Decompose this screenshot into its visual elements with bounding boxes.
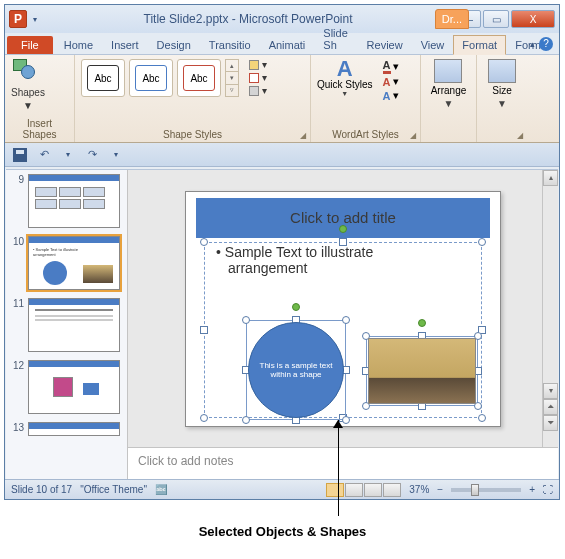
thumb-number: 13 xyxy=(10,422,24,436)
slide-canvas-area[interactable]: Click to add title Sample xyxy=(128,170,558,447)
undo-dropdown-icon[interactable]: ▾ xyxy=(59,146,77,164)
vertical-scrollbar[interactable]: ▴ ▾ ⏶ ⏷ xyxy=(542,170,558,447)
prev-slide-icon[interactable]: ⏶ xyxy=(543,399,558,415)
quick-styles-button[interactable]: A Quick Styles ▼ xyxy=(317,59,373,97)
bullet-text-line2[interactable]: arrangement xyxy=(206,260,480,276)
shape-style-1[interactable]: Abc xyxy=(81,59,125,97)
sorter-view-button[interactable] xyxy=(345,483,363,497)
tab-slideshow[interactable]: Slide Sh xyxy=(314,23,357,54)
picture-shape[interactable] xyxy=(368,338,476,404)
thumb-number: 11 xyxy=(10,298,24,352)
tab-design[interactable]: Design xyxy=(148,35,200,54)
arrange-icon xyxy=(434,59,462,83)
arrange-button[interactable]: Arrange ▼ xyxy=(431,59,467,109)
drawing-tools-context-tab[interactable]: Dr... xyxy=(435,9,469,29)
text-outline-button[interactable]: A ▾ xyxy=(383,75,399,88)
dialog-launcher-icon[interactable]: ◢ xyxy=(300,131,306,140)
annotation: Selected Objects & Shapes xyxy=(0,506,565,539)
thumb-number: 10 xyxy=(10,236,24,290)
tab-view[interactable]: View xyxy=(412,35,454,54)
tab-animations[interactable]: Animati xyxy=(260,35,315,54)
resize-handle[interactable] xyxy=(242,316,250,324)
slide-thumbnail-12[interactable] xyxy=(28,360,120,414)
qat-customize-icon[interactable]: ▾ xyxy=(107,146,125,164)
shape-effects-button[interactable]: ▾ xyxy=(249,85,267,96)
resize-handle[interactable] xyxy=(342,416,350,424)
dialog-launcher-icon[interactable]: ◢ xyxy=(410,131,416,140)
slide-thumbnail-9[interactable] xyxy=(28,174,120,228)
help-icon[interactable]: ? xyxy=(539,37,553,51)
shape-style-gallery[interactable]: Abc Abc Abc ▴▾▿ xyxy=(81,59,239,97)
next-slide-icon[interactable]: ⏷ xyxy=(543,415,558,431)
resize-handle[interactable] xyxy=(242,416,250,424)
rotate-handle[interactable] xyxy=(339,225,347,233)
qat-row: ↶ ▾ ↷ ▾ xyxy=(5,143,559,167)
redo-button[interactable]: ↷ xyxy=(83,146,101,164)
ribbon-minimize-icon[interactable]: ▴ xyxy=(530,39,535,49)
shape-fill-button[interactable]: ▾ xyxy=(249,59,267,70)
scroll-up-icon[interactable]: ▴ xyxy=(543,170,558,186)
resize-handle[interactable] xyxy=(342,316,350,324)
normal-view-button[interactable] xyxy=(326,483,344,497)
wordart-icon: A xyxy=(337,59,353,79)
rotate-handle[interactable] xyxy=(292,303,300,311)
circle-shape[interactable]: This is a sample text within a shape xyxy=(248,322,344,418)
group-label-wordart: WordArt Styles◢ xyxy=(317,129,414,140)
group-wordart-styles: A Quick Styles ▼ A ▾ A ▾ A ▾ WordArt Sty… xyxy=(311,55,421,142)
zoom-slider-thumb[interactable] xyxy=(471,484,479,496)
zoom-slider[interactable] xyxy=(451,488,521,492)
tab-transitions[interactable]: Transitio xyxy=(200,35,260,54)
close-button[interactable]: X xyxy=(511,10,555,28)
resize-handle[interactable] xyxy=(200,414,208,422)
fit-to-window-button[interactable]: ⛶ xyxy=(543,484,553,495)
shape-outline-button[interactable]: ▾ xyxy=(249,72,267,83)
tab-review[interactable]: Review xyxy=(358,35,412,54)
shape-style-3[interactable]: Abc xyxy=(177,59,221,97)
slide-thumbnail-11[interactable] xyxy=(28,298,120,352)
gallery-scroll[interactable]: ▴▾▿ xyxy=(225,59,239,97)
title-bar: P ▾ Title Slide2.pptx - Microsoft PowerP… xyxy=(5,5,559,33)
tab-home[interactable]: Home xyxy=(55,35,102,54)
tab-insert[interactable]: Insert xyxy=(102,35,148,54)
group-size: Size ▼ ◢ xyxy=(477,55,527,142)
app-window: P ▾ Title Slide2.pptx - Microsoft PowerP… xyxy=(4,4,560,500)
slide-thumbnail-10[interactable]: • Sample Text to illustratearrangement xyxy=(28,236,120,290)
slide-indicator: Slide 10 of 17 xyxy=(11,484,72,495)
thumb-number: 9 xyxy=(10,174,24,228)
slide-thumbnail-panel[interactable]: 9 10 • Sample Text to illustratearrangem… xyxy=(6,170,128,479)
qat-dropdown-icon[interactable]: ▾ xyxy=(33,15,41,24)
ribbon-tab-strip: File Home Insert Design Transitio Animat… xyxy=(5,33,559,55)
maximize-button[interactable]: ▭ xyxy=(483,10,509,28)
slideshow-view-button[interactable] xyxy=(383,483,401,497)
resize-handle[interactable] xyxy=(478,414,486,422)
zoom-percent[interactable]: 37% xyxy=(409,484,429,495)
slide-thumbnail-13[interactable] xyxy=(28,422,120,436)
slide-canvas[interactable]: Click to add title Sample xyxy=(185,191,501,427)
size-button[interactable]: Size ▼ xyxy=(488,59,516,109)
scroll-down-icon[interactable]: ▾ xyxy=(543,383,558,399)
zoom-out-button[interactable]: − xyxy=(437,484,443,495)
notes-pane[interactable]: Click to add notes xyxy=(128,447,558,479)
zoom-in-button[interactable]: + xyxy=(529,484,535,495)
save-icon xyxy=(13,148,27,162)
file-tab[interactable]: File xyxy=(7,36,53,54)
annotation-arrow-head-icon xyxy=(333,420,343,428)
tab-format-1[interactable]: Format xyxy=(453,35,506,55)
shapes-button[interactable]: Shapes ▼ xyxy=(11,59,45,111)
shape-style-2[interactable]: Abc xyxy=(129,59,173,97)
text-effects-button[interactable]: A ▾ xyxy=(383,89,399,102)
text-fill-button[interactable]: A ▾ xyxy=(383,59,399,74)
reading-view-button[interactable] xyxy=(364,483,382,497)
undo-button[interactable]: ↶ xyxy=(35,146,53,164)
dialog-launcher-icon[interactable]: ◢ xyxy=(517,131,523,140)
powerpoint-icon: P xyxy=(9,10,27,28)
window-title: Title Slide2.pptx - Microsoft PowerPoint xyxy=(41,12,455,26)
quick-access-toolbar: ▾ xyxy=(33,15,41,24)
bullet-text[interactable]: Sample Text to illustrate xyxy=(206,244,480,260)
group-insert-shapes: Shapes ▼ Insert Shapes xyxy=(5,55,75,142)
theme-indicator: "Office Theme" xyxy=(80,484,147,495)
save-button[interactable] xyxy=(11,146,29,164)
rotate-handle[interactable] xyxy=(418,319,426,327)
language-indicator: 🔤 xyxy=(155,484,167,495)
status-bar: Slide 10 of 17 "Office Theme" 🔤 37% − + … xyxy=(5,479,559,499)
